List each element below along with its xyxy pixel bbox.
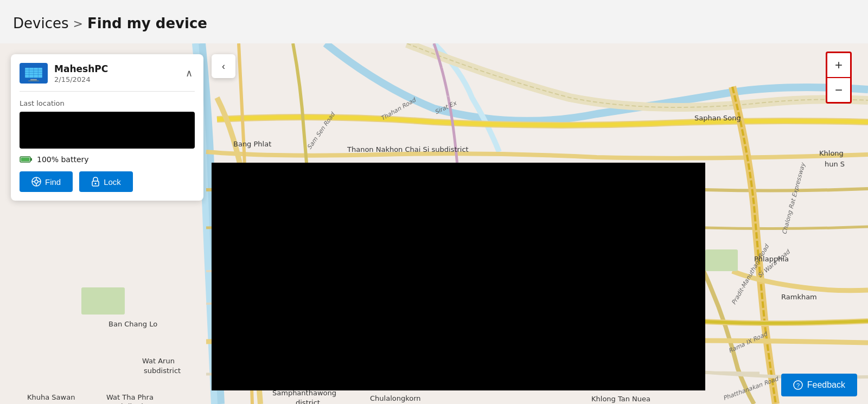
svg-point-23: [95, 183, 97, 184]
battery-row: 100% battery: [20, 155, 195, 164]
feedback-button[interactable]: ? Feedback: [781, 374, 857, 396]
back-arrow-icon: ‹: [222, 61, 225, 72]
map-redacted-area: [212, 163, 705, 390]
svg-text:?: ?: [796, 382, 800, 389]
svg-rect-15: [21, 158, 30, 162]
svg-rect-1: [705, 249, 738, 271]
device-name: MaheshPC: [54, 63, 108, 74]
lock-button-label: Lock: [104, 177, 121, 187]
action-buttons: Find Lock: [20, 171, 195, 192]
map-back-button[interactable]: ‹: [212, 54, 235, 78]
breadcrumb-separator: >: [73, 17, 82, 30]
breadcrumb: Devices > Find my device: [13, 15, 207, 31]
find-icon: [31, 177, 41, 187]
zoom-in-button[interactable]: +: [826, 52, 852, 78]
device-info: MaheshPC 2/15/2024: [20, 63, 108, 84]
svg-rect-14: [30, 158, 32, 161]
find-button[interactable]: Find: [20, 171, 73, 192]
device-name-date: MaheshPC 2/15/2024: [54, 63, 108, 84]
collapse-button[interactable]: ∧: [183, 65, 195, 81]
feedback-label: Feedback: [807, 380, 845, 390]
location-black-box: [20, 112, 195, 149]
device-icon: [20, 63, 48, 84]
header: Devices > Find my device: [0, 0, 868, 43]
device-date: 2/15/2024: [54, 75, 108, 84]
divider: [20, 91, 195, 92]
map-container: Bang PhlatThanon Nakhon Chai Si subdistr…: [0, 43, 868, 404]
breadcrumb-devices[interactable]: Devices: [13, 15, 68, 31]
lock-button[interactable]: Lock: [79, 171, 133, 192]
battery-text: 100% battery: [37, 155, 89, 164]
zoom-controls: + −: [826, 52, 852, 104]
lock-icon: [91, 177, 100, 187]
battery-icon: [20, 155, 33, 164]
svg-rect-5: [30, 79, 37, 81]
svg-rect-6: [28, 80, 39, 81]
device-panel: MaheshPC 2/15/2024 ∧ Last location 100% …: [11, 54, 203, 201]
zoom-out-button[interactable]: −: [826, 78, 852, 104]
find-button-label: Find: [45, 177, 61, 187]
device-header: MaheshPC 2/15/2024 ∧: [20, 63, 195, 84]
breadcrumb-current: Find my device: [87, 15, 207, 31]
svg-rect-2: [81, 287, 125, 315]
feedback-icon: ?: [793, 380, 803, 390]
last-location-label: Last location: [20, 99, 195, 107]
svg-point-17: [35, 180, 38, 183]
